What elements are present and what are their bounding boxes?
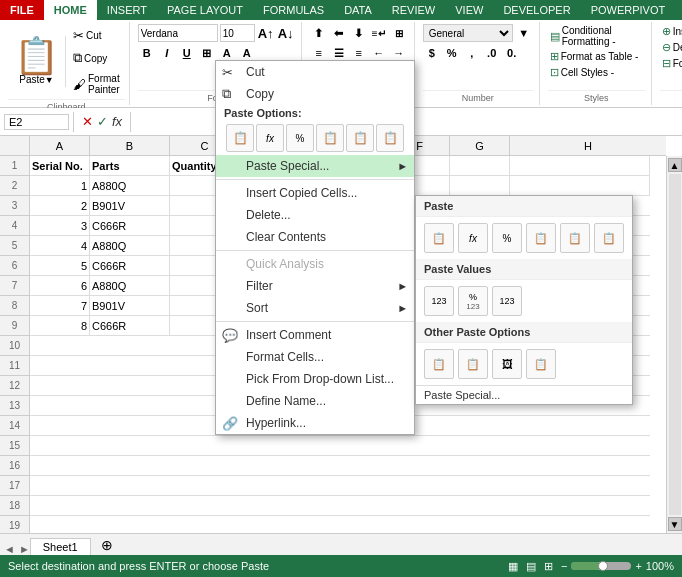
paste-btn-6[interactable]: 📋 xyxy=(376,124,404,152)
font-size-input[interactable] xyxy=(220,24,255,42)
cell-g1[interactable] xyxy=(450,156,510,176)
tab-view[interactable]: VIEW xyxy=(445,0,493,20)
cancel-formula-button[interactable]: ✕ xyxy=(82,114,93,129)
view-pagebreak-button[interactable]: ⊞ xyxy=(544,560,553,573)
view-normal-button[interactable]: ▦ xyxy=(508,560,518,573)
paste-btn-4[interactable]: 📋 xyxy=(316,124,344,152)
format-cells-ribbon-button[interactable]: ⊟ Format - xyxy=(660,56,682,71)
sub-paste-6[interactable]: 📋 xyxy=(594,223,624,253)
tab-insert[interactable]: INSERT xyxy=(97,0,157,20)
col-header-g[interactable]: G xyxy=(450,136,510,155)
paste-btn-2[interactable]: fx xyxy=(256,124,284,152)
cell-b2[interactable]: A880Q xyxy=(90,176,170,196)
ctx-pick-dropdown[interactable]: Pick From Drop-down List... xyxy=(216,368,414,390)
ctx-cut[interactable]: ✂ Cut xyxy=(216,61,414,83)
confirm-formula-button[interactable]: ✓ xyxy=(97,114,108,129)
ctx-filter[interactable]: Filter ► xyxy=(216,275,414,297)
col-header-b[interactable]: B xyxy=(90,136,170,155)
conditional-formatting-button[interactable]: ▤ Conditional Formatting - xyxy=(548,24,645,48)
cell-styles-button[interactable]: ⊡ Cell Styles - xyxy=(548,65,645,80)
col-header-a[interactable]: A xyxy=(30,136,90,155)
delete-cells-button[interactable]: ⊖ Delete - xyxy=(660,40,682,55)
border-button[interactable]: ⊞ xyxy=(198,44,216,62)
scroll-up-button[interactable]: ▲ xyxy=(668,158,682,172)
ctx-hyperlink[interactable]: 🔗 Hyperlink... xyxy=(216,412,414,434)
name-box[interactable] xyxy=(4,114,69,130)
font-name-input[interactable] xyxy=(138,24,218,42)
submenu-paste-special-btn[interactable]: Paste Special... xyxy=(416,385,632,404)
prev-sheet-button[interactable]: ◄ xyxy=(4,543,15,555)
wrap-text-button[interactable]: ≡↵ xyxy=(370,24,388,42)
ctx-insert-copied[interactable]: Insert Copied Cells... xyxy=(216,182,414,204)
merge-button[interactable]: ⊞ xyxy=(390,24,408,42)
tab-data[interactable]: DATA xyxy=(334,0,382,20)
tab-powerpivot[interactable]: POWERPIVOT xyxy=(581,0,676,20)
sub-val-3[interactable]: 123 xyxy=(492,286,522,316)
cell-a1[interactable]: Serial No. xyxy=(30,156,90,176)
sub-paste-2[interactable]: fx xyxy=(458,223,488,253)
cell-a2[interactable]: 1 xyxy=(30,176,90,196)
increase-decimal-button[interactable]: .0 xyxy=(483,44,501,62)
sub-paste-3[interactable]: % xyxy=(492,223,522,253)
sheet-tab-sheet1[interactable]: Sheet1 xyxy=(30,538,91,555)
tab-page-layout[interactable]: PAGE LAYOUT xyxy=(157,0,253,20)
sub-paste-4[interactable]: 📋 xyxy=(526,223,556,253)
ctx-format-cells[interactable]: Format Cells... xyxy=(216,346,414,368)
next-sheet-button[interactable]: ► xyxy=(19,543,30,555)
paste-btn-5[interactable]: 📋 xyxy=(346,124,374,152)
align-bottom-button[interactable]: ⬇ xyxy=(350,24,368,42)
sub-other-1[interactable]: 📋 xyxy=(424,349,454,379)
tab-developer[interactable]: DEVELOPER xyxy=(493,0,580,20)
col-header-h[interactable]: H xyxy=(510,136,666,155)
decrease-font-button[interactable]: A↓ xyxy=(277,24,295,42)
tab-file[interactable]: FILE xyxy=(0,0,44,20)
vertical-scrollbar[interactable]: ▲ ▼ xyxy=(666,156,682,533)
format-as-table-button[interactable]: ⊞ Format as Table - xyxy=(548,49,645,64)
insert-function-button[interactable]: fx xyxy=(112,114,122,129)
sub-other-4[interactable]: 📋 xyxy=(526,349,556,379)
increase-font-button[interactable]: A↑ xyxy=(257,24,275,42)
ctx-clear-contents[interactable]: Clear Contents xyxy=(216,226,414,248)
ctx-insert-comment[interactable]: 💬 Insert Comment xyxy=(216,324,414,346)
paste-button[interactable]: 📋 Paste ▼ xyxy=(8,36,66,87)
insert-button[interactable]: ⊕ Insert - xyxy=(660,24,682,39)
sub-other-3[interactable]: 🖼 xyxy=(492,349,522,379)
underline-button[interactable]: U xyxy=(178,44,196,62)
bold-button[interactable]: B xyxy=(138,44,156,62)
zoom-thumb[interactable] xyxy=(598,561,608,571)
ctx-paste-special[interactable]: Paste Special... ► xyxy=(216,155,414,177)
paste-btn-1[interactable]: 📋 xyxy=(226,124,254,152)
currency-button[interactable]: $ xyxy=(423,44,441,62)
number-format-select[interactable]: General xyxy=(423,24,513,42)
sub-other-2[interactable]: 📋 xyxy=(458,349,488,379)
ctx-define-name[interactable]: Define Name... xyxy=(216,390,414,412)
copy-button[interactable]: ⧉ Copy xyxy=(70,48,123,68)
cell-h1[interactable] xyxy=(510,156,650,176)
cut-button[interactable]: ✂ Cut xyxy=(70,26,105,45)
sub-paste-5[interactable]: 📋 xyxy=(560,223,590,253)
add-sheet-button[interactable]: ⊕ xyxy=(93,535,121,555)
comma-button[interactable]: , xyxy=(463,44,481,62)
cell-h2[interactable] xyxy=(510,176,650,196)
cell-g2[interactable] xyxy=(450,176,510,196)
sub-paste-1[interactable]: 📋 xyxy=(424,223,454,253)
paste-btn-3[interactable]: % xyxy=(286,124,314,152)
ctx-copy[interactable]: ⧉ Copy xyxy=(216,83,414,105)
zoom-slider[interactable] xyxy=(571,562,631,570)
decrease-decimal-button[interactable]: 0. xyxy=(503,44,521,62)
sub-val-2[interactable]: %123 xyxy=(458,286,488,316)
sub-val-1[interactable]: 123 xyxy=(424,286,454,316)
align-middle-button[interactable]: ⬅ xyxy=(330,24,348,42)
align-top-button[interactable]: ⬆ xyxy=(310,24,328,42)
italic-button[interactable]: I xyxy=(158,44,176,62)
ctx-delete[interactable]: Delete... xyxy=(216,204,414,226)
scroll-down-button[interactable]: ▼ xyxy=(668,517,682,531)
tab-home[interactable]: HOME xyxy=(44,0,97,20)
number-format-dialog-button[interactable]: ▼ xyxy=(515,24,533,42)
percent-button[interactable]: % xyxy=(443,44,461,62)
zoom-out-button[interactable]: − xyxy=(561,560,567,572)
view-layout-button[interactable]: ▤ xyxy=(526,560,536,573)
tab-review[interactable]: REVIEW xyxy=(382,0,445,20)
zoom-in-button[interactable]: + xyxy=(635,560,641,572)
ctx-sort[interactable]: Sort ► xyxy=(216,297,414,319)
